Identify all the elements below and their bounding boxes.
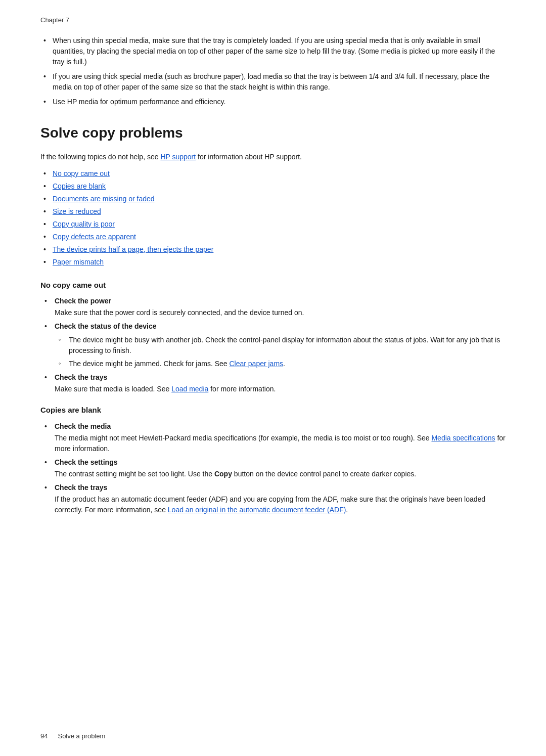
chapter-label: Chapter 7 (40, 15, 506, 25)
list-item: Copy defects are apparent (40, 232, 506, 242)
list-item: If you are using thick special media (su… (40, 71, 506, 93)
check-media-label: Check the media (55, 422, 111, 430)
hp-support-link[interactable]: HP support (160, 153, 196, 161)
copies-are-blank-link[interactable]: Copies are blank (53, 182, 106, 190)
footer: 94 Solve a problem (40, 731, 506, 741)
check-media-text: The media might not meet Hewlett-Packard… (55, 433, 506, 454)
copy-quality-poor-link[interactable]: Copy quality is poor (53, 220, 115, 228)
no-copy-came-out-section: No copy came out Check the power Make su… (40, 280, 506, 395)
paper-mismatch-link[interactable]: Paper mismatch (53, 258, 104, 266)
check-status-label: Check the status of the device (55, 322, 157, 330)
check-settings-label: Check the settings (55, 458, 117, 466)
list-item: The device prints half a page, then ejec… (40, 244, 506, 255)
list-item: Copy quality is poor (40, 219, 506, 230)
list-item: Size is reduced (40, 206, 506, 217)
list-item: Use HP media for optimum performance and… (40, 97, 506, 107)
list-item: When using thin special media, make sure… (40, 35, 506, 67)
list-item: Check the media The media might not meet… (40, 421, 506, 454)
intro-text-before: If the following topics do not help, see (40, 153, 160, 161)
device-prints-half-page-link[interactable]: The device prints half a page, then ejec… (53, 245, 213, 253)
intro-text-after: for information about HP support. (196, 153, 302, 161)
list-item: Paper mismatch (40, 257, 506, 268)
check-power-text: Make sure that the power cord is securel… (55, 307, 506, 318)
check-settings-text: The contrast setting might be set too li… (55, 469, 506, 479)
list-item: Documents are missing or faded (40, 194, 506, 204)
copies-blank-items: Check the media The media might not meet… (40, 421, 506, 515)
status-nested-list: The device might be busy with another jo… (55, 335, 506, 369)
documents-missing-faded-link[interactable]: Documents are missing or faded (53, 195, 155, 203)
copies-are-blank-section: Copies are blank Check the media The med… (40, 405, 506, 515)
list-item: No copy came out (40, 168, 506, 179)
copy-defects-apparent-link[interactable]: Copy defects are apparent (53, 233, 136, 241)
check-trays-label: Check the trays (55, 373, 107, 381)
load-media-link[interactable]: Load media (171, 385, 208, 393)
footer-page-number: 94 (40, 731, 48, 741)
list-item: The device might be busy with another jo… (55, 335, 506, 356)
no-copy-items: Check the power Make sure that the power… (40, 296, 506, 394)
section-title: Solve copy problems (40, 122, 506, 144)
top-bullet-list: When using thin special media, make sure… (40, 35, 506, 107)
no-copy-came-out-title: No copy came out (40, 280, 506, 291)
copies-are-blank-title: Copies are blank (40, 405, 506, 416)
footer-text: Solve a problem (58, 731, 105, 741)
list-item: Check the power Make sure that the power… (40, 296, 506, 318)
intro-paragraph: If the following topics do not help, see… (40, 152, 506, 162)
check-trays-blank-label: Check the trays (55, 483, 107, 492)
list-item: The device might be jammed. Check for ja… (55, 359, 506, 369)
list-item: Check the settings The contrast setting … (40, 457, 506, 479)
list-item: Check the status of the device The devic… (40, 321, 506, 369)
list-item: Copies are blank (40, 181, 506, 192)
no-copy-came-out-link[interactable]: No copy came out (53, 169, 110, 177)
topic-link-list: No copy came out Copies are blank Docume… (40, 168, 506, 268)
list-item: Check the trays If the product has an au… (40, 482, 506, 515)
check-power-label: Check the power (55, 297, 111, 305)
check-trays-text: Make sure that media is loaded. See Load… (55, 384, 506, 394)
check-trays-blank-text: If the product has an automatic document… (55, 494, 506, 515)
clear-paper-jams-link[interactable]: Clear paper jams (229, 360, 283, 368)
load-original-adf-link[interactable]: Load an original in the automatic docume… (168, 506, 346, 514)
size-is-reduced-link[interactable]: Size is reduced (53, 207, 101, 215)
media-specifications-link[interactable]: Media specifications (431, 434, 495, 442)
list-item: Check the trays Make sure that media is … (40, 372, 506, 394)
